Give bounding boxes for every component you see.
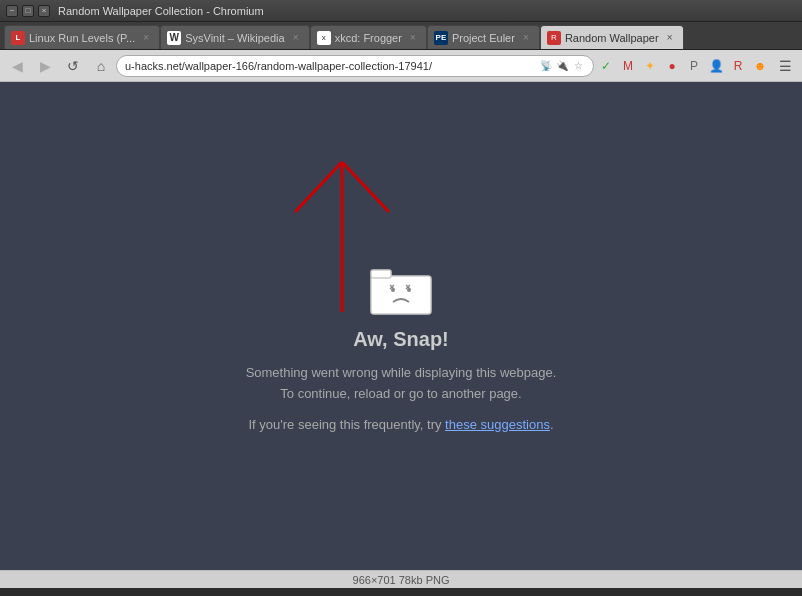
ext-r-icon[interactable]: R	[728, 56, 748, 76]
status-text: 966×701 78kb PNG	[353, 574, 450, 586]
window-controls[interactable]: − □ ×	[6, 5, 50, 17]
tab-linux[interactable]: L Linux Run Levels (P... ×	[4, 25, 160, 49]
ext-mail-icon[interactable]: M	[618, 56, 638, 76]
maximize-button[interactable]: □	[22, 5, 34, 17]
reload-button[interactable]: ↺	[60, 53, 86, 79]
suggestion-suffix: .	[550, 417, 554, 432]
sad-folder-icon	[369, 260, 433, 316]
address-bar[interactable]: u-hacks.net/wallpaper-166/random-wallpap…	[116, 55, 594, 77]
error-body-line1: Something went wrong while displaying th…	[246, 363, 557, 384]
bookmark-star-icon[interactable]: ☆	[571, 60, 585, 71]
window-title: Random Wallpaper Collection - Chromium	[58, 5, 796, 17]
status-bar: 966×701 78kb PNG	[0, 570, 802, 588]
content-area: Aw, Snap! Something went wrong while dis…	[0, 82, 802, 570]
rss-icon: 📡	[539, 60, 553, 71]
toolbar-extensions: ✓ M ✦ ● P 👤 R ☻ ☰	[596, 53, 798, 79]
error-container: Aw, Snap! Something went wrong while dis…	[246, 260, 557, 432]
tab-sysvinit[interactable]: W SysVinit – Wikipedia ×	[160, 25, 309, 49]
tab-wallpaper[interactable]: R Random Wallpaper ×	[540, 25, 684, 49]
minimize-button[interactable]: −	[6, 5, 18, 17]
tab-close-euler[interactable]: ×	[519, 31, 533, 45]
tab-bar: L Linux Run Levels (P... × W SysVinit – …	[0, 22, 802, 50]
close-button[interactable]: ×	[38, 5, 50, 17]
svg-line-1	[295, 162, 342, 212]
ext-circle-icon[interactable]: ●	[662, 56, 682, 76]
tab-favicon-xkcd: x	[317, 31, 331, 45]
title-bar: − □ × Random Wallpaper Collection - Chro…	[0, 0, 802, 22]
tab-favicon-linux: L	[11, 31, 25, 45]
tab-label-wallpaper: Random Wallpaper	[565, 32, 659, 44]
suggestion-prefix: If you're seeing this frequently, try	[248, 417, 445, 432]
ext-face-icon[interactable]: ☻	[750, 56, 770, 76]
menu-button[interactable]: ☰	[772, 53, 798, 79]
tab-favicon-wallpaper: R	[547, 31, 561, 45]
tab-favicon-wiki: W	[167, 31, 181, 45]
forward-button[interactable]: ▶	[32, 53, 58, 79]
svg-rect-4	[371, 270, 391, 278]
tab-close-xkcd[interactable]: ×	[406, 31, 420, 45]
tab-label-xkcd: xkcd: Frogger	[335, 32, 402, 44]
address-text: u-hacks.net/wallpaper-166/random-wallpap…	[125, 60, 535, 72]
tab-label-sysvinit: SysVinit – Wikipedia	[185, 32, 284, 44]
ext-p-icon[interactable]: P	[684, 56, 704, 76]
ext-person-icon[interactable]: 👤	[706, 56, 726, 76]
tab-label-linux: Linux Run Levels (P...	[29, 32, 135, 44]
error-title: Aw, Snap!	[353, 328, 449, 351]
error-body: Something went wrong while displaying th…	[246, 363, 557, 405]
tab-close-linux[interactable]: ×	[139, 31, 153, 45]
ext-check-icon[interactable]: ✓	[596, 56, 616, 76]
tab-close-sysvinit[interactable]: ×	[289, 31, 303, 45]
plugin-icon: 🔌	[555, 60, 569, 71]
address-icons: 📡 🔌 ☆	[539, 60, 585, 71]
home-button[interactable]: ⌂	[88, 53, 114, 79]
tab-xkcd[interactable]: x xkcd: Frogger ×	[310, 25, 427, 49]
back-button[interactable]: ◀	[4, 53, 30, 79]
svg-rect-3	[371, 276, 431, 314]
tab-label-euler: Project Euler	[452, 32, 515, 44]
error-body-line2: To continue, reload or go to another pag…	[246, 384, 557, 405]
toolbar: ◀ ▶ ↺ ⌂ u-hacks.net/wallpaper-166/random…	[0, 50, 802, 82]
ext-star-icon[interactable]: ✦	[640, 56, 660, 76]
error-suggestions: If you're seeing this frequently, try th…	[248, 417, 553, 432]
suggestions-link[interactable]: these suggestions	[445, 417, 550, 432]
svg-line-2	[342, 162, 389, 212]
tab-favicon-euler: PE	[434, 31, 448, 45]
tab-euler[interactable]: PE Project Euler ×	[427, 25, 540, 49]
tab-close-wallpaper[interactable]: ×	[663, 31, 677, 45]
